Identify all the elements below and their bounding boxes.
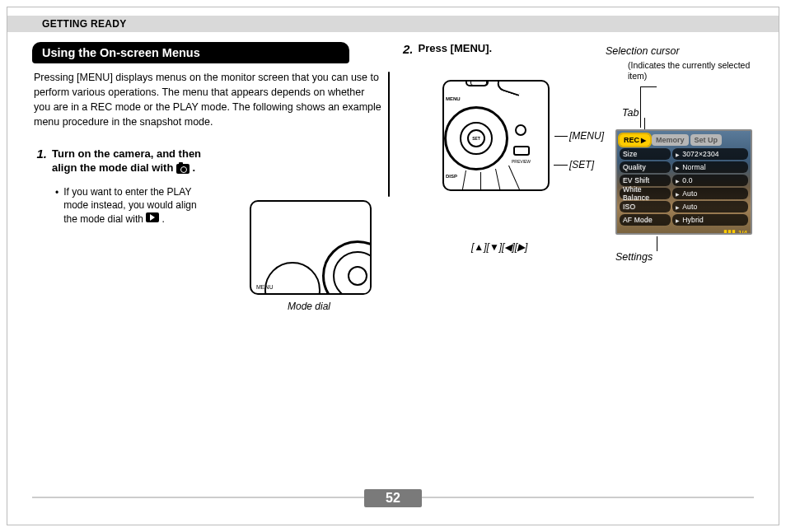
arrow-keys-callout: [▲][▼][◀][▶] [471, 241, 527, 253]
row-quality-key: Quality [620, 161, 671, 173]
step-2-number: 2. [403, 42, 414, 56]
selection-cursor-label: Selection cursor [606, 45, 680, 57]
diagram-menu-label: MENU [256, 284, 274, 290]
disp-mark: DISP [446, 174, 457, 179]
top-button-shape [466, 80, 489, 86]
mode-dial-caption: Mode dial [288, 301, 330, 312]
row-quality-val: Normal [672, 161, 748, 173]
row-wb-key: White Balance [620, 188, 671, 199]
content-columns: Using the On-screen Menus Pressing [MENU… [7, 32, 779, 226]
leader-line [554, 165, 568, 166]
selection-cursor-sublabel: (Indicates the currently selected item) [628, 60, 754, 81]
row-afmode-key: AF Mode [620, 214, 671, 226]
tab-setup: Set Up [690, 134, 723, 146]
step-1-bullet: • If you want to enter the PLAY mode ins… [32, 185, 205, 226]
page-frame: GETTING READY Using the On-screen Menus … [7, 7, 779, 525]
step-1-text: Turn on the camera, and then align the m… [52, 147, 225, 175]
menu-mark: MENU [446, 96, 461, 101]
step-1-number: 1. [32, 147, 47, 175]
row-size-key: Size [620, 148, 671, 160]
mode-dial-shape [322, 240, 372, 295]
set-callout: [SET] [569, 159, 594, 170]
leader-line [640, 86, 641, 128]
leader-line [644, 118, 645, 129]
preview-mark: PREVIEW [512, 159, 531, 164]
diagram-shape [264, 262, 320, 295]
leader-line [640, 86, 657, 87]
right-column: 2. Press [MENU]. SET MENU DISP PREVIEW [393, 37, 754, 226]
lamp-shape [515, 124, 526, 136]
step-1: 1. Turn on the camera, and then align th… [32, 147, 393, 175]
step-2: 2. Press [MENU]. [393, 42, 754, 56]
preview-button-shape [513, 146, 530, 156]
menu-rows: Size3072×2304 QualityNormal EV Shift0.0 … [617, 148, 751, 226]
menu-tabs: REC▶ Memory Set Up [617, 131, 751, 148]
row-iso-key: ISO [620, 201, 671, 212]
tab-rec: REC▶ [620, 134, 650, 146]
section-header-bar: GETTING READY [7, 16, 779, 32]
row-wb-val: Auto [672, 188, 748, 199]
row-evshift-val: 0.0 [672, 175, 748, 186]
left-column: Using the On-screen Menus Pressing [MENU… [32, 37, 393, 226]
tab-memory: Memory [652, 134, 689, 146]
section-title: Using the On-screen Menus [32, 42, 349, 63]
intro-paragraph: Pressing [MENU] displays menus on the mo… [32, 70, 393, 130]
section-header: GETTING READY [42, 18, 127, 30]
bullet-dot: • [55, 185, 58, 226]
mode-dial-diagram: MENU [250, 200, 372, 295]
leader-line [554, 136, 568, 137]
row-size-val: 3072×2304 [672, 148, 748, 160]
page-number: 52 [364, 489, 422, 507]
row-iso-val: Auto [672, 201, 748, 212]
step-1-text-b: . [193, 161, 196, 174]
playback-icon [146, 212, 159, 222]
row-evshift-key: EV Shift [620, 175, 671, 186]
menu-callout: [MENU] [569, 130, 604, 142]
camera-icon [176, 164, 189, 174]
page-footer: 52 [7, 497, 779, 516]
step-2-text: Press [MENU]. [419, 42, 493, 56]
row-afmode-val: Hybrid [672, 214, 748, 226]
menu-page-indicator: ▮▮▮ 1/4 [617, 227, 751, 235]
step-1-bullet-text: If you want to enter the PLAY mode inste… [63, 185, 205, 226]
battery-icon: ▮▮▮ [723, 228, 736, 235]
menu-screenshot: REC▶ Memory Set Up Size3072×2304 Quality… [615, 129, 752, 235]
settings-label: Settings [615, 251, 653, 263]
leader-line [657, 236, 657, 251]
tab-label: Tab [622, 107, 639, 119]
control-pad-diagram: SET MENU DISP PREVIEW [442, 80, 550, 191]
set-button-shape: SET [467, 129, 485, 147]
